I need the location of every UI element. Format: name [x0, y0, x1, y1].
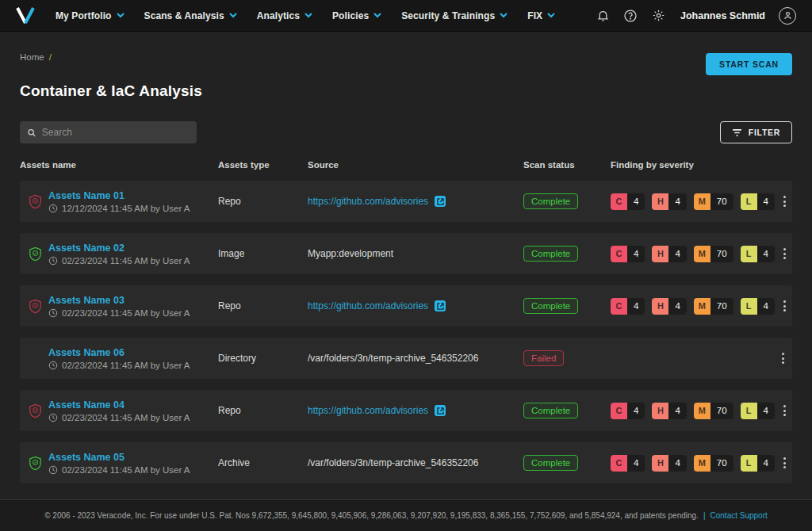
menu-analytics[interactable]: Analytics	[257, 10, 312, 21]
timestamp-text: 02/23/2024 11:45 AM by User A	[62, 308, 190, 318]
asset-type: Archive	[218, 457, 308, 468]
shield-alert-icon	[29, 403, 42, 418]
severity-M-badge: M70	[694, 403, 733, 419]
help-icon[interactable]	[623, 9, 638, 23]
scan-status-badge: Complete	[523, 455, 578, 471]
breadcrumb-separator: /	[49, 52, 52, 62]
source-path: /var/folders/3n/temp-archive_546352206	[308, 353, 478, 364]
external-link-icon[interactable]	[435, 405, 446, 416]
filter-button[interactable]: FILTER	[720, 121, 792, 143]
table-row[interactable]: Assets Name 06 02/23/2024 11:45 AM by Us…	[20, 338, 792, 379]
timestamp-text: 02/23/2024 11:45 AM by User A	[62, 256, 190, 266]
severity-C-badge: C4	[611, 298, 645, 315]
clock-icon	[48, 465, 58, 475]
row-menu-button[interactable]	[775, 245, 794, 262]
scan-status-badge: Complete	[523, 403, 578, 418]
source-link[interactable]: https://github.com/advisories	[308, 300, 428, 311]
asset-name-link[interactable]: Assets Name 03	[48, 295, 190, 306]
severity-L-badge: L4	[741, 455, 775, 472]
table-row[interactable]: Assets Name 03 02/23/2024 11:45 AM by Us…	[20, 285, 792, 327]
source-path: /var/folders/3n/temp-archive_546352206	[308, 457, 478, 468]
table-row[interactable]: Assets Name 02 02/23/2024 11:45 AM by Us…	[20, 233, 792, 274]
menu-policies[interactable]: Policies	[332, 10, 381, 21]
asset-source: https://github.com/advisories	[308, 196, 523, 207]
timestamp-text: 02/23/2024 11:45 AM by User A	[62, 465, 190, 475]
row-menu-button[interactable]	[775, 402, 794, 419]
severity-M-badge: M70	[694, 298, 733, 315]
asset-name-link[interactable]: Assets Name 01	[48, 190, 190, 201]
avatar[interactable]	[779, 7, 796, 25]
copyright-text: © 2006 - 2023 Veracode, Inc. For use und…	[44, 511, 699, 520]
severity-C-badge: C4	[611, 455, 645, 472]
asset-type: Repo	[218, 300, 308, 311]
severity-H-badge: H4	[652, 246, 686, 262]
severity-L-badge: L4	[741, 193, 775, 210]
source-link[interactable]: https://github.com/advisories	[308, 405, 428, 416]
search-icon	[27, 128, 36, 138]
timestamp-text: 02/23/2024 11:45 AM by User A	[62, 413, 190, 422]
severity-C-badge: C4	[611, 403, 645, 419]
severity-badges: C4H4M70L4	[611, 455, 775, 472]
row-menu-button[interactable]	[775, 454, 794, 472]
severity-H-badge: H4	[652, 193, 686, 210]
clock-icon	[48, 413, 58, 422]
scan-status-badge: Complete	[523, 193, 578, 209]
scan-status-badge: Complete	[523, 246, 578, 262]
source-link[interactable]: https://github.com/advisories	[308, 196, 428, 207]
asset-name-link[interactable]: Assets Name 05	[48, 452, 190, 463]
table-row[interactable]: Assets Name 01 12/12/2024 11:45 AM by Us…	[20, 181, 792, 222]
footer-separator: |	[703, 511, 706, 520]
search-input[interactable]	[42, 127, 190, 138]
start-scan-button[interactable]: START SCAN	[706, 53, 792, 75]
main-menu: My Portfolio Scans & Analysis Analytics …	[56, 10, 555, 21]
table-row[interactable]: Assets Name 04 02/23/2024 11:45 AM by Us…	[20, 390, 792, 431]
row-menu-button[interactable]	[775, 193, 794, 210]
external-link-icon[interactable]	[435, 196, 446, 207]
asset-type: Repo	[218, 405, 308, 416]
asset-name-link[interactable]: Assets Name 02	[48, 243, 190, 254]
chevron-down-icon	[229, 13, 237, 18]
menu-scans-analysis[interactable]: Scans & Analysis	[144, 10, 237, 21]
gear-icon[interactable]	[651, 9, 665, 23]
asset-name-link[interactable]: Assets Name 04	[48, 399, 190, 411]
table-header: Assets name Assets type Source Scan stat…	[20, 157, 792, 173]
user-name: Johannes Schmid	[680, 10, 765, 21]
chevron-down-icon	[500, 13, 508, 18]
clock-icon	[48, 308, 58, 318]
severity-H-badge: H4	[652, 298, 686, 315]
severity-C-badge: C4	[611, 193, 645, 210]
severity-M-badge: M70	[694, 455, 733, 472]
menu-security-trainings[interactable]: Security & Trainings	[401, 10, 508, 21]
asset-name-link[interactable]: Assets Name 06	[48, 347, 190, 358]
menu-my-portfolio[interactable]: My Portfolio	[56, 10, 124, 21]
filter-icon	[732, 128, 742, 137]
menu-fix[interactable]: FIX	[527, 10, 555, 21]
severity-M-badge: M70	[694, 246, 733, 262]
nav-right-cluster: Johannes Schmid	[596, 7, 796, 25]
asset-type: Directory	[218, 353, 308, 364]
column-header-scan-status: Scan status	[523, 160, 611, 170]
row-menu-button[interactable]	[773, 350, 792, 367]
scan-timestamp: 02/23/2024 11:45 AM by User A	[48, 308, 190, 318]
external-link-icon[interactable]	[435, 300, 446, 311]
scan-timestamp: 02/23/2024 11:45 AM by User A	[48, 465, 190, 475]
shield-alert-icon	[29, 194, 42, 209]
veracode-logo-icon[interactable]	[16, 7, 35, 25]
column-header-assets-type: Assets type	[218, 160, 308, 170]
severity-L-badge: L4	[741, 246, 775, 262]
severity-H-badge: H4	[652, 403, 686, 419]
table-row[interactable]: Assets Name 05 02/23/2024 11:45 AM by Us…	[20, 442, 792, 483]
bell-icon[interactable]	[596, 9, 610, 23]
row-menu-button[interactable]	[775, 297, 794, 315]
asset-source: https://github.com/advisories	[308, 300, 523, 311]
asset-source: /var/folders/3n/temp-archive_546352206	[308, 353, 523, 364]
scan-status-badge: Complete	[523, 298, 578, 314]
breadcrumb-home[interactable]: Home	[20, 52, 44, 62]
timestamp-text: 12/12/2024 11:45 AM by User A	[62, 204, 190, 213]
asset-source: /var/folders/3n/temp-archive_546352206	[308, 457, 523, 468]
source-path: Myapp:development	[308, 248, 393, 259]
contact-support-link[interactable]: Contact Support	[710, 511, 768, 520]
breadcrumb: Home /	[20, 52, 52, 62]
asset-type: Repo	[218, 196, 308, 207]
shield-check-icon	[29, 246, 42, 262]
